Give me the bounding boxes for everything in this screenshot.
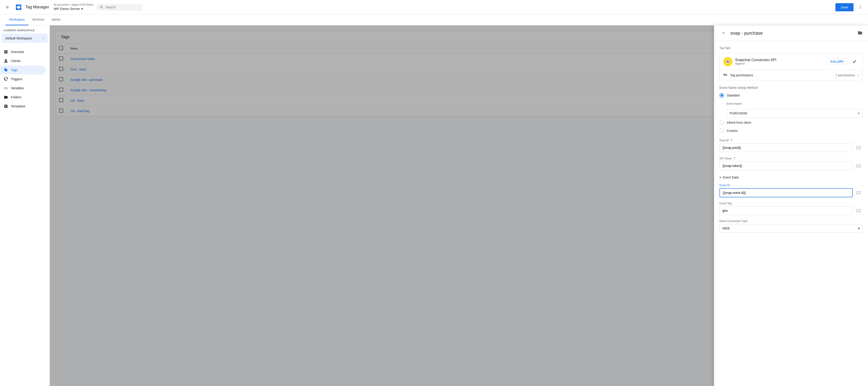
app-name: Tag Manager <box>25 5 49 9</box>
overlay-spacer[interactable] <box>50 25 714 386</box>
svg-point-3 <box>860 7 861 7</box>
sidebar-item-templates[interactable]: Templates <box>0 102 50 111</box>
templates-icon <box>4 104 8 109</box>
overlay-panel: ✕ snap - purchase Tag Type 👻 Snapchat Co… <box>714 25 868 386</box>
sidebar-triggers-label: Triggers <box>11 77 23 81</box>
permissions-row[interactable]: Tag permissions 7 permissions › <box>720 70 862 80</box>
save-button[interactable]: Save <box>835 3 854 11</box>
radio-custom-label: Custom <box>727 129 738 132</box>
svg-point-4 <box>860 8 861 9</box>
tab-admin-label: Admin <box>52 18 60 21</box>
event-conversion-type-value: WEB <box>722 227 730 230</box>
gallery-button[interactable]: GALLERY <box>827 58 848 65</box>
back-button[interactable] <box>4 3 12 11</box>
event-tag-label: Event Tag <box>719 202 863 205</box>
edit-button[interactable] <box>850 58 859 66</box>
event-id-input[interactable] <box>719 188 852 197</box>
pixel-id-variable-icon[interactable]: { } <box>855 144 863 152</box>
sidebar-tags-label: Tags <box>11 68 18 72</box>
variables-icon <box>4 86 8 90</box>
event-tag-field: Event Tag { } <box>719 202 863 215</box>
tag-type-section-label: Tag Type <box>719 47 863 50</box>
event-data-title: Event Data <box>723 176 739 179</box>
event-tag-row: { } <box>719 206 863 215</box>
folder-icon[interactable] <box>858 30 863 36</box>
radio-standard-circle <box>719 93 724 98</box>
app-logo <box>14 3 23 11</box>
topbar: Tag Manager All accounts > Stape GTM Dem… <box>0 0 868 14</box>
tag-info: Snapchat Conversion API stape-io <box>735 58 824 65</box>
sidebar-item-overview[interactable]: Overview <box>0 47 50 56</box>
event-conversion-type-field: Event Conversion Type WEB ▾ <box>719 219 863 233</box>
event-tag-input[interactable] <box>719 206 852 215</box>
event-conversion-type-label: Event Conversion Type <box>719 219 863 223</box>
tag-logo: 👻 <box>723 57 733 66</box>
tag-provider: stape-io <box>735 62 824 65</box>
sidebar-item-folders[interactable]: Folders <box>0 93 50 102</box>
event-name-select[interactable]: PURCHASE ▾ <box>727 109 863 118</box>
sidebar-item-tags[interactable]: Tags <box>0 65 46 75</box>
default-workspace-item[interactable]: Default Workspace › <box>2 33 48 43</box>
sidebar-item-clients[interactable]: Clients <box>0 56 50 65</box>
workspace-name: WP Demo Server <box>54 7 80 11</box>
tab-versions[interactable]: Versions <box>29 14 48 25</box>
radio-inherit[interactable]: Inherit from client <box>719 119 863 126</box>
pixel-id-input[interactable] <box>719 143 852 152</box>
overview-icon <box>4 50 8 54</box>
svg-point-2 <box>860 5 861 6</box>
event-id-row: { } <box>719 188 863 197</box>
permissions-label: Tag permissions <box>730 73 833 77</box>
panel-content: Tag Type 👻 Snapchat Conversion API stape… <box>714 41 868 238</box>
search-input[interactable] <box>105 5 140 9</box>
tab-workspace[interactable]: Workspace <box>5 14 29 25</box>
radio-standard-inner <box>721 94 723 96</box>
pixel-id-field: Pixel ID ? { } <box>719 139 863 152</box>
triggers-icon <box>4 77 8 81</box>
radio-custom[interactable]: Custom <box>719 127 863 134</box>
sidebar-item-triggers[interactable]: Triggers <box>0 75 50 84</box>
api-token-input[interactable] <box>719 161 852 170</box>
radio-standard[interactable]: Standard <box>719 92 863 98</box>
tab-versions-label: Versions <box>32 18 44 21</box>
workspace-selector[interactable]: WP Demo Server ▾ <box>54 6 93 11</box>
sidebar-variables-label: Variables <box>11 86 24 90</box>
event-conversion-chevron-icon: ▾ <box>858 227 860 230</box>
tag-type-header: 👻 Snapchat Conversion API stape-io GALLE… <box>720 54 862 70</box>
event-tag-variable-icon[interactable]: { } <box>855 207 863 215</box>
tab-workspace-label: Workspace <box>9 18 25 21</box>
event-id-field: Event ID { } <box>719 184 863 197</box>
overlay-title: snap - purchase <box>730 31 855 36</box>
permissions-key-icon <box>723 73 727 78</box>
tag-type-card: 👻 Snapchat Conversion API stape-io GALLE… <box>719 53 863 81</box>
svg-text:{ }: { } <box>858 210 860 212</box>
api-token-help-icon[interactable]: ? <box>734 156 735 160</box>
overlay-close-button[interactable]: ✕ <box>719 29 727 37</box>
api-token-row: { } <box>719 161 863 170</box>
sidebar-overview-label: Overview <box>11 50 24 54</box>
account-path: All accounts > Stape GTM Demo <box>54 3 93 6</box>
search-icon <box>100 5 104 9</box>
event-name-setup-section: Event Name Setup Method Standard Event N… <box>719 86 863 134</box>
event-data-chevron-icon: ▾ <box>719 176 721 179</box>
event-name-setup-title: Event Name Setup Method <box>719 86 863 89</box>
secondary-nav: Workspace Versions Admin <box>0 14 868 25</box>
radio-standard-label: Standard <box>727 94 740 97</box>
api-token-label: API Token ? <box>719 156 863 160</box>
overlay-header: ✕ snap - purchase <box>714 25 868 41</box>
workspace-chevron: ▾ <box>81 6 83 11</box>
search-box[interactable] <box>96 4 143 11</box>
tab-admin[interactable]: Admin <box>48 14 64 25</box>
api-token-variable-icon[interactable]: { } <box>855 162 863 170</box>
event-data-section-header[interactable]: ▾ Event Data <box>719 176 863 179</box>
workspace-name: Default Workspace <box>5 36 32 40</box>
svg-text:{ }: { } <box>858 165 860 167</box>
pixel-id-help-icon[interactable]: ? <box>731 139 733 142</box>
event-conversion-type-select[interactable]: WEB ▾ <box>719 224 863 233</box>
radio-inherit-label: Inherit from client <box>727 121 751 124</box>
event-id-variable-icon[interactable]: { } <box>855 189 863 197</box>
folders-icon <box>4 95 8 99</box>
more-menu-button[interactable] <box>856 3 864 11</box>
sidebar-item-variables[interactable]: Variables <box>0 84 50 93</box>
svg-text:{ }: { } <box>858 192 860 194</box>
svg-text:{ }: { } <box>858 147 860 149</box>
